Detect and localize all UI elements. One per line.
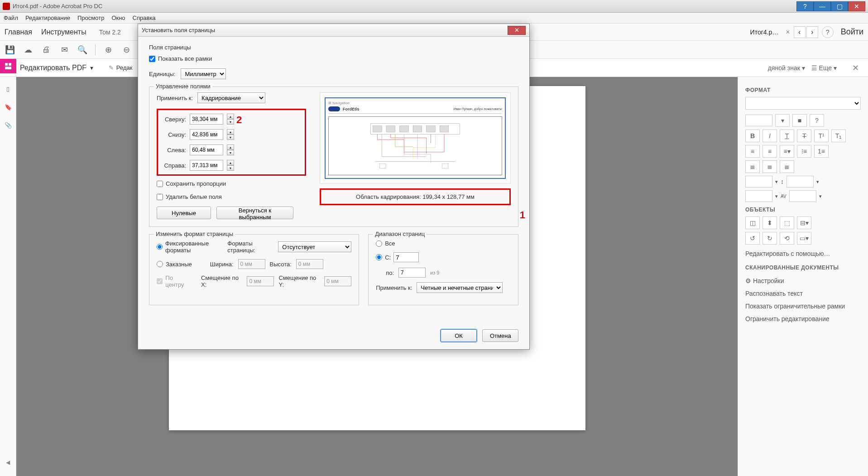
- custom-label: Заказные: [166, 261, 192, 268]
- dialog-close-icon[interactable]: ✕: [508, 26, 526, 35]
- annotation-2: 2: [236, 114, 242, 126]
- height-input[interactable]: [296, 259, 323, 269]
- left-down-icon[interactable]: ▼: [227, 150, 234, 155]
- pages-all-label: Все: [385, 240, 395, 247]
- pages-from-label: С:: [385, 254, 391, 261]
- center-checkbox[interactable]: [157, 278, 163, 284]
- svg-rect-5: [386, 126, 395, 132]
- offset-y-label: Смещение по Y:: [278, 274, 320, 288]
- svg-rect-9: [440, 126, 449, 132]
- keep-proportions-checkbox[interactable]: [157, 181, 163, 187]
- apply-to2-label: Применить к:: [376, 284, 412, 291]
- remove-white-label: Удалить белые поля: [166, 193, 222, 200]
- left-input[interactable]: [190, 144, 223, 155]
- svg-rect-11: [442, 163, 448, 168]
- dialog-overlay: Установить поля страницы ✕ Поля страницы…: [0, 0, 868, 476]
- units-select[interactable]: Миллиметры: [181, 68, 226, 79]
- bottom-label: Снизу:: [162, 131, 186, 138]
- page-from-input[interactable]: [393, 252, 419, 262]
- svg-rect-8: [427, 126, 436, 132]
- fixed-formats-label: Фиксированные форматы: [165, 240, 225, 254]
- units-label: Единицы:: [149, 71, 175, 77]
- pages-all-radio[interactable]: [376, 240, 382, 247]
- right-up-icon[interactable]: ▲: [227, 160, 234, 165]
- offset-x-input[interactable]: [247, 276, 274, 286]
- left-label: Слева:: [162, 147, 186, 154]
- width-input[interactable]: [238, 259, 265, 269]
- change-format-legend: Изменить формат страницы: [154, 231, 235, 237]
- bottom-input[interactable]: [190, 129, 223, 140]
- page-fields-label: Поля страницы: [149, 44, 518, 51]
- keep-proportions-label: Сохранить пропорции: [166, 180, 226, 187]
- margin-controls-box: Сверху: ▲▼ Снизу: ▲▼ Слева:: [157, 109, 306, 176]
- svg-rect-4: [373, 126, 382, 132]
- svg-rect-10: [379, 163, 386, 168]
- page-range-legend: Диапазон страниц: [373, 231, 427, 237]
- cancel-button[interactable]: Отмена: [482, 329, 518, 342]
- top-up-icon[interactable]: ▲: [227, 114, 234, 119]
- zero-button[interactable]: Нулевые: [157, 207, 211, 219]
- width-label: Ширина:: [210, 261, 234, 268]
- show-frames-checkbox[interactable]: [149, 56, 155, 62]
- crop-preview: ⊞ Navigation FordEtis Иван Пупкин, добро…: [320, 92, 511, 184]
- height-label: Высота:: [270, 261, 292, 268]
- offset-y-input[interactable]: [324, 276, 351, 286]
- custom-radio[interactable]: [157, 261, 163, 267]
- annotation-1: 1: [520, 209, 525, 221]
- apply-to-select[interactable]: Кадрирование: [197, 92, 265, 103]
- bottom-up-icon[interactable]: ▲: [227, 129, 234, 135]
- page-formats-label: Форматы страницы:: [227, 240, 273, 254]
- revert-button[interactable]: Вернуться к выбранным: [216, 207, 293, 219]
- apply-to2-select[interactable]: Четные и нечетные страницы: [417, 282, 503, 293]
- pages-from-radio[interactable]: [376, 254, 382, 260]
- top-down-icon[interactable]: ▼: [227, 119, 234, 125]
- right-label: Справа:: [162, 162, 186, 169]
- svg-rect-7: [413, 126, 422, 132]
- crop-area-label: Область кадрирования: 199,34 x 128,77 мм: [320, 188, 511, 205]
- top-input[interactable]: [190, 114, 223, 125]
- set-page-margins-dialog: Установить поля страницы ✕ Поля страницы…: [138, 24, 530, 350]
- ok-button[interactable]: ОК: [441, 329, 477, 342]
- fixed-formats-radio[interactable]: [157, 244, 163, 250]
- page-to-input[interactable]: [398, 268, 426, 278]
- apply-to-label: Применить к:: [157, 95, 193, 101]
- margin-mgmt-legend: Управление полями: [154, 83, 212, 90]
- right-down-icon[interactable]: ▼: [227, 165, 234, 171]
- offset-x-label: Смещение по X:: [201, 274, 242, 288]
- right-input[interactable]: [190, 160, 223, 171]
- show-frames-label: Показать все рамки: [158, 55, 212, 62]
- top-label: Сверху:: [162, 116, 186, 123]
- pages-to-label: по:: [386, 269, 394, 276]
- svg-rect-6: [400, 126, 409, 132]
- dialog-title: Установить поля страницы: [142, 27, 508, 34]
- remove-white-checkbox[interactable]: [157, 194, 163, 200]
- left-up-icon[interactable]: ▲: [227, 144, 234, 150]
- pages-of-label: из 9: [430, 270, 439, 275]
- page-formats-select[interactable]: Отсутствует: [278, 241, 351, 252]
- center-label: По центру: [165, 274, 192, 288]
- bottom-down-icon[interactable]: ▼: [227, 135, 234, 140]
